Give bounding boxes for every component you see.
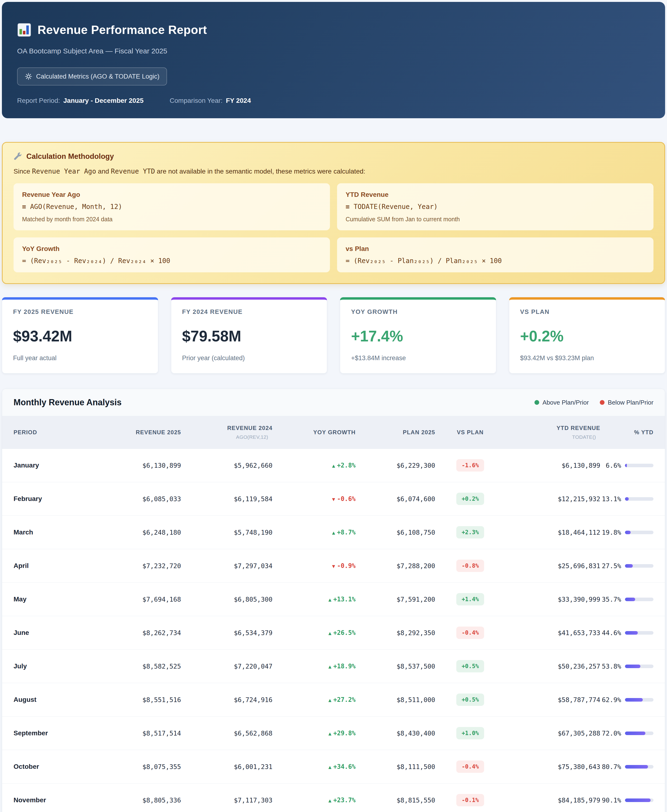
ytd-progress-bar xyxy=(625,799,654,802)
plan-2025-cell: $6,074,600 xyxy=(355,495,435,503)
vs-plan-badge: +1.0% xyxy=(456,727,484,739)
revenue-2025-cell: $7,694,168 xyxy=(85,596,181,603)
revenue-2024-cell: $6,534,379 xyxy=(181,629,272,636)
pct-ytd-value: 44.6% xyxy=(602,629,621,636)
ytd-revenue-cell: $41,653,733 xyxy=(505,629,600,636)
period-cell: June xyxy=(13,629,85,636)
ytd-progress-fill xyxy=(625,531,630,534)
ytd-progress-bar xyxy=(625,631,654,635)
calculated-metrics-badge: Calculated Metrics (AGO & TODATE Logic) xyxy=(17,68,167,86)
page-subtitle: OA Bootcamp Subject Area — Fiscal Year 2… xyxy=(17,47,650,55)
vs-plan-cell: -0.4% xyxy=(435,761,505,773)
pct-ytd-value: 72.0% xyxy=(602,730,621,737)
pct-ytd-cell: 62.9% xyxy=(600,696,654,704)
method-box-formula: = (Rev₂₀₂₅ - Plan₂₀₂₅) / Plan₂₀₂₅ × 100 xyxy=(346,257,645,265)
green-dot-icon xyxy=(534,400,539,405)
col-header-pct-ytd: % YTD xyxy=(600,429,654,436)
comparison-year-value: FY 2024 xyxy=(226,97,251,104)
trend-arrow-icon: ▲ xyxy=(328,630,331,636)
revenue-2025-cell: $8,075,355 xyxy=(85,763,181,771)
yoy-growth-cell: ▲+26.5% xyxy=(272,629,355,636)
pct-ytd-value: 90.1% xyxy=(602,797,621,804)
col-header-vs-plan: VS PLAN xyxy=(435,429,505,436)
report-header: Revenue Performance Report OA Bootcamp S… xyxy=(2,2,665,118)
method-box-formula: ≡ AGO(Revenue, Month, 12) xyxy=(22,203,321,210)
method-box-revenue-year-ago: Revenue Year Ago ≡ AGO(Revenue, Month, 1… xyxy=(13,183,330,230)
col-subheader-ago: AGO(REV,12) xyxy=(181,434,272,440)
table-row: November $8,805,336 $7,117,303 ▲+23.7% $… xyxy=(2,784,665,812)
vs-plan-cell: +1.4% xyxy=(435,593,505,605)
revenue-2024-cell: $6,724,916 xyxy=(181,696,272,704)
ytd-progress-fill xyxy=(625,631,638,635)
kpi-value: +17.4% xyxy=(351,327,485,345)
method-box-note: Matched by month from 2024 data xyxy=(22,216,321,223)
period-cell: May xyxy=(13,595,85,603)
yoy-growth-cell: ▲+8.7% xyxy=(272,529,355,536)
revenue-2024-cell: $7,117,303 xyxy=(181,797,272,804)
kpi-row: FY 2025 REVENUE $93.42M Full year actual… xyxy=(2,297,665,373)
ytd-progress-fill xyxy=(625,598,635,601)
method-box-vs-plan: vs Plan = (Rev₂₀₂₅ - Plan₂₀₂₅) / Plan₂₀₂… xyxy=(337,237,654,272)
vs-plan-badge: +1.4% xyxy=(456,593,484,605)
kpi-value: $79.58M xyxy=(182,327,316,345)
pct-ytd-cell: 80.7% xyxy=(600,763,654,771)
period-cell: February xyxy=(13,495,85,503)
trend-arrow-icon: ▲ xyxy=(328,664,331,669)
methodology-title-row: Calculation Methodology xyxy=(13,152,654,161)
kpi-note: +$13.84M increase xyxy=(351,355,485,362)
monthly-revenue-table-card: Monthly Revenue Analysis Above Plan/Prio… xyxy=(2,389,665,812)
revenue-2024-cell: $7,297,034 xyxy=(181,562,272,570)
yoy-growth-cell: ▼-0.9% xyxy=(272,562,355,569)
pct-ytd-value: 53.8% xyxy=(602,663,621,670)
pct-ytd-value: 6.6% xyxy=(606,462,621,469)
col-header-plan-2025: PLAN 2025 xyxy=(355,429,435,436)
kpi-label: FY 2024 REVENUE xyxy=(182,308,316,315)
revenue-2024-cell: $6,001,231 xyxy=(181,763,272,771)
yoy-growth-cell: ▲+34.6% xyxy=(272,763,355,770)
method-box-ytd-revenue: YTD Revenue ≡ TODATE(Revenue, Year) Cumu… xyxy=(337,183,654,230)
period-cell: July xyxy=(13,663,85,670)
table-row: July $8,582,525 $7,220,047 ▲+18.9% $8,53… xyxy=(2,650,665,683)
col-header-yoy-growth: YOY GROWTH xyxy=(272,429,355,436)
yoy-growth-cell: ▲+27.2% xyxy=(272,696,355,703)
pct-ytd-cell: 6.6% xyxy=(600,462,654,469)
ytd-progress-fill xyxy=(625,731,645,735)
pct-ytd-cell: 72.0% xyxy=(600,730,654,737)
ytd-progress-fill xyxy=(625,464,627,467)
ytd-revenue-cell: $84,185,979 xyxy=(505,797,600,804)
plan-2025-cell: $8,537,500 xyxy=(355,663,435,670)
kpi-note: Prior year (calculated) xyxy=(182,355,316,362)
col-header-revenue-2025: REVENUE 2025 xyxy=(85,429,181,436)
legend-above-plan: Above Plan/Prior xyxy=(534,399,589,406)
bar-chart-icon xyxy=(17,23,32,37)
table-column-headers: PERIOD REVENUE 2025 REVENUE 2024 AGO(REV… xyxy=(2,416,665,449)
table-row: August $8,551,516 $6,724,916 ▲+27.2% $8,… xyxy=(2,683,665,717)
method-box-title: YoY Growth xyxy=(22,245,321,253)
trend-arrow-icon: ▲ xyxy=(328,597,331,603)
table-row: June $8,262,734 $6,534,379 ▲+26.5% $8,29… xyxy=(2,616,665,650)
pct-ytd-cell: 13.1% xyxy=(600,495,654,503)
vs-plan-cell: -0.8% xyxy=(435,560,505,572)
revenue-2024-cell: $5,748,190 xyxy=(181,529,272,536)
table-row: September $8,517,514 $6,562,868 ▲+29.8% … xyxy=(2,717,665,750)
trend-arrow-icon: ▲ xyxy=(332,530,335,535)
ytd-revenue-cell: $75,380,643 xyxy=(505,763,600,771)
yoy-growth-cell: ▼-0.6% xyxy=(272,495,355,502)
method-box-yoy-growth: YoY Growth = (Rev₂₀₂₅ - Rev₂₀₂₄) / Rev₂₀… xyxy=(13,237,330,272)
table-body: January $6,130,899 $5,962,660 ▲+2.8% $6,… xyxy=(2,449,665,812)
yoy-growth-cell: ▲+18.9% xyxy=(272,663,355,670)
kpi-value: $93.42M xyxy=(13,327,147,345)
vs-plan-cell: -0.4% xyxy=(435,626,505,639)
yoy-growth-cell: ▲+29.8% xyxy=(272,730,355,737)
ytd-revenue-cell: $58,787,774 xyxy=(505,696,600,704)
report-period-label: Report Period: xyxy=(17,97,60,104)
method-box-title: vs Plan xyxy=(346,245,645,253)
calculation-methodology-panel: Calculation Methodology Since Revenue Ye… xyxy=(2,142,665,284)
trend-arrow-icon: ▲ xyxy=(328,798,331,804)
table-row: May $7,694,168 $6,805,300 ▲+13.1% $7,591… xyxy=(2,583,665,616)
plan-2025-cell: $8,815,550 xyxy=(355,797,435,804)
trend-arrow-icon: ▲ xyxy=(328,731,331,736)
plan-2025-cell: $8,430,400 xyxy=(355,730,435,737)
comparison-year-label: Comparison Year: xyxy=(169,97,222,104)
report-period-value: January - December 2025 xyxy=(63,97,144,104)
